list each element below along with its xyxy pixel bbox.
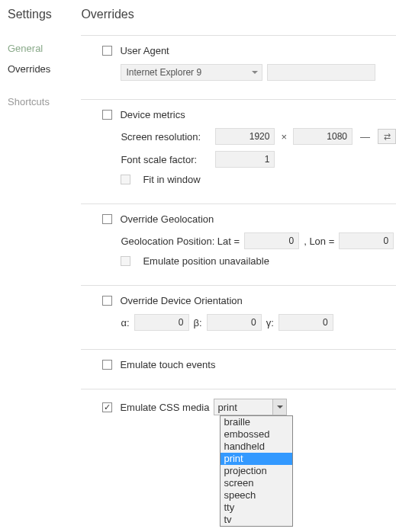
divider — [81, 349, 396, 350]
divider — [81, 99, 396, 100]
dash-symbol: — — [360, 131, 370, 143]
device-metrics-checkbox[interactable] — [102, 110, 112, 120]
divider — [81, 285, 396, 286]
emulate-position-unavailable-checkbox[interactable] — [121, 256, 130, 266]
sidebar: Settings General Overrides Shortcuts — [8, 8, 73, 421]
swap-resolution-button[interactable]: ⇄ — [378, 129, 396, 144]
user-agent-selected: Internet Explorer 9 — [126, 67, 201, 78]
divider — [81, 35, 396, 36]
css-media-option-tty[interactable]: tty — [221, 502, 292, 514]
alpha-input[interactable]: 0 — [134, 314, 189, 331]
css-media-dropdown: brailleembossedhandheldprintprojectionsc… — [220, 415, 293, 527]
css-media-option-screen[interactable]: screen — [221, 477, 292, 489]
font-scale-input[interactable]: 1 — [215, 151, 275, 168]
css-media-option-embossed[interactable]: embossed — [221, 428, 292, 441]
gamma-input[interactable]: 0 — [278, 314, 333, 331]
alpha-label: α: — [121, 317, 129, 328]
css-media-option-speech[interactable]: speech — [221, 489, 292, 502]
screen-height-input[interactable]: 1080 — [293, 128, 353, 145]
device-metrics-label: Device metrics — [120, 109, 185, 120]
css-media-option-print[interactable]: print — [221, 453, 292, 465]
beta-label: β: — [194, 317, 202, 328]
fit-in-window-checkbox[interactable] — [121, 175, 130, 184]
sidebar-item-general[interactable]: General — [8, 43, 73, 54]
geolocation-position-label: Geolocation Position: Lat = — [121, 236, 240, 247]
css-media-option-tv[interactable]: tv — [221, 514, 292, 526]
user-agent-label: User Agent — [120, 45, 169, 56]
css-media-option-projection[interactable]: projection — [221, 465, 292, 477]
beta-input[interactable]: 0 — [207, 314, 262, 331]
touch-events-checkbox[interactable] — [102, 360, 112, 370]
orientation-label: Override Device Orientation — [120, 295, 242, 306]
orientation-checkbox[interactable] — [102, 296, 112, 306]
user-agent-custom-input[interactable] — [267, 64, 375, 81]
chevron-down-icon[interactable] — [272, 399, 286, 415]
user-agent-checkbox[interactable] — [102, 46, 112, 56]
css-media-select[interactable]: print — [214, 399, 287, 415]
fit-in-window-label: Fit in window — [143, 174, 200, 185]
css-media-option-handheld[interactable]: handheld — [221, 441, 292, 453]
touch-events-label: Emulate touch events — [120, 359, 215, 370]
user-agent-select[interactable]: Internet Explorer 9 — [121, 64, 262, 81]
page-title: Overrides — [81, 8, 396, 21]
css-media-option-braille[interactable]: braille — [221, 416, 292, 428]
css-media-label: Emulate CSS media — [120, 402, 209, 413]
latitude-input[interactable]: 0 — [244, 232, 299, 249]
sidebar-item-shortcuts[interactable]: Shortcuts — [8, 96, 73, 107]
font-scale-label: Font scale factor: — [121, 154, 211, 165]
css-media-checkbox[interactable] — [102, 402, 112, 412]
sidebar-item-overrides[interactable]: Overrides — [8, 63, 73, 75]
gamma-label: γ: — [266, 317, 274, 328]
geolocation-checkbox[interactable] — [102, 214, 112, 224]
divider — [81, 204, 396, 204]
main-panel: Overrides User Agent Internet Explorer 9 — [73, 8, 396, 421]
geolocation-label: Override Geolocation — [120, 213, 214, 225]
longitude-input[interactable]: 0 — [339, 232, 394, 249]
times-symbol: × — [281, 131, 287, 143]
screen-resolution-label: Screen resolution: — [121, 131, 211, 143]
lon-label: , Lon = — [304, 236, 334, 247]
settings-title: Settings — [8, 8, 73, 21]
css-media-selected: print — [217, 402, 237, 413]
divider — [81, 389, 396, 389]
screen-width-input[interactable]: 1920 — [215, 128, 275, 145]
emulate-position-unavailable-label: Emulate position unavailable — [143, 255, 269, 267]
